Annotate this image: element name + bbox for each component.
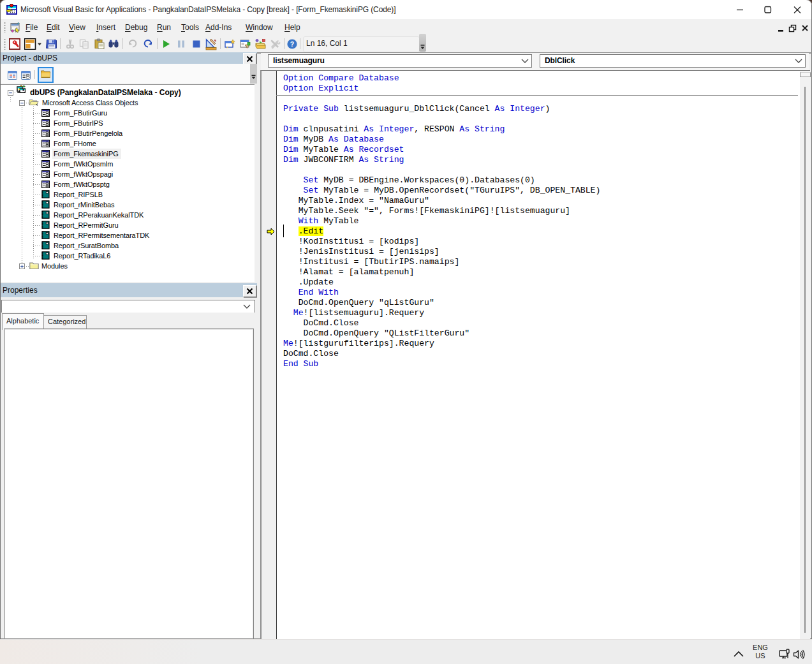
svg-text:?: ?: [290, 40, 294, 48]
